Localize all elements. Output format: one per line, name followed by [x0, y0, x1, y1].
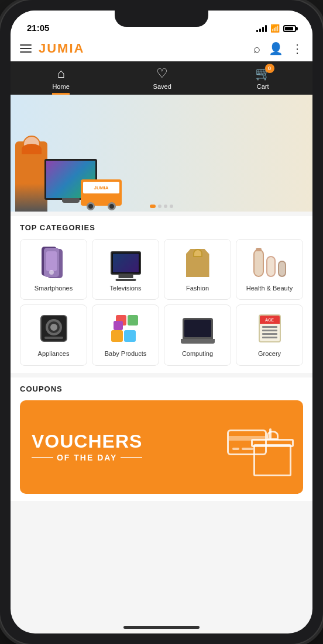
- delivery-man-figure: [15, 141, 47, 212]
- health-image: [253, 247, 286, 279]
- header-left: JUMIA: [20, 41, 84, 56]
- voucher-illustration: [227, 418, 291, 476]
- category-label-smartphones: Smartphones: [35, 284, 73, 292]
- tv-image: [109, 247, 142, 279]
- wifi-icon: 📶: [270, 24, 280, 33]
- truck-figure: JUMIA: [81, 179, 122, 206]
- coupons-title: COUPONS: [20, 385, 303, 393]
- app-header: JUMIA ⌕ 👤 ⋮: [11, 36, 312, 61]
- voucher-title: VOUCHERS: [32, 432, 142, 451]
- computing-image: [181, 312, 214, 345]
- categories-title: TOP CATEGORIES: [20, 223, 303, 232]
- appliances-image: [37, 312, 70, 345]
- phone-screen: 21:05 📶: [11, 11, 312, 633]
- category-smartphones[interactable]: Smartphones: [20, 239, 87, 300]
- category-televisions[interactable]: Televisions: [92, 239, 159, 300]
- smartphone-image: [37, 247, 70, 279]
- baby-image: [109, 312, 142, 345]
- account-icon[interactable]: 👤: [269, 41, 283, 56]
- category-fashion[interactable]: Fashion: [164, 239, 231, 300]
- voucher-text: VOUCHERS OF THE DAY: [32, 432, 142, 462]
- categories-section: TOP CATEGORIES: [11, 216, 312, 373]
- scrollable-content: JUMIA Free Shipping for All TVs to Every…: [11, 95, 312, 633]
- category-health-beauty[interactable]: Health & Beauty: [236, 239, 303, 300]
- nav-bar: ⌂ Home ♡ Saved 🛒 0 Cart: [11, 61, 312, 95]
- home-indicator: [123, 626, 200, 629]
- category-label-health-beauty: Health & Beauty: [246, 284, 293, 292]
- category-label-baby-products: Baby Products: [105, 349, 147, 358]
- status-time: 21:05: [27, 23, 49, 33]
- category-label-fashion: Fashion: [186, 284, 209, 292]
- category-label-appliances: Appliances: [38, 349, 70, 358]
- promotional-banner[interactable]: JUMIA Free Shipping for All TVs to Every…: [11, 95, 312, 212]
- notch: [115, 11, 208, 27]
- home-icon: ⌂: [57, 66, 64, 81]
- cart-badge: 0: [265, 64, 274, 73]
- header-right: ⌕ 👤 ⋮: [253, 41, 303, 56]
- banner-figures: JUMIA: [11, 106, 116, 212]
- category-label-televisions: Televisions: [110, 284, 142, 292]
- phone-frame: 21:05 📶: [0, 0, 323, 644]
- category-grocery[interactable]: ACE Grocery: [236, 304, 303, 365]
- status-icons: 📶: [256, 24, 296, 33]
- voucher-sub-text: OF THE DAY: [57, 453, 118, 462]
- screen-content: 21:05 📶: [11, 11, 312, 633]
- more-options-icon[interactable]: ⋮: [291, 41, 303, 56]
- menu-button[interactable]: [20, 44, 32, 53]
- category-label-grocery: Grocery: [258, 349, 281, 358]
- nav-item-cart[interactable]: 🛒 0 Cart: [255, 66, 271, 90]
- battery-icon: [283, 25, 296, 32]
- categories-grid: Smartphones Televisions: [20, 239, 303, 366]
- nav-item-home[interactable]: ⌂ Home: [52, 66, 69, 90]
- heart-icon: ♡: [156, 66, 168, 81]
- app-logo: JUMIA: [39, 41, 84, 56]
- banner-dots: [150, 205, 173, 208]
- fashion-image: [181, 247, 214, 279]
- voucher-banner[interactable]: VOUCHERS OF THE DAY: [20, 400, 303, 494]
- coupons-section: COUPONS VOUCHERS OF THE DAY: [11, 378, 312, 501]
- grocery-image: ACE: [253, 312, 286, 345]
- card-icon: [227, 430, 267, 455]
- search-icon[interactable]: ⌕: [253, 42, 260, 56]
- category-computing[interactable]: Computing: [164, 304, 231, 365]
- nav-item-saved[interactable]: ♡ Saved: [153, 66, 171, 90]
- voucher-subtitle: OF THE DAY: [32, 453, 142, 462]
- category-appliances[interactable]: Appliances: [20, 304, 87, 365]
- category-baby-products[interactable]: Baby Products: [92, 304, 159, 365]
- signal-bars-icon: [256, 25, 267, 32]
- category-label-computing: Computing: [182, 349, 213, 358]
